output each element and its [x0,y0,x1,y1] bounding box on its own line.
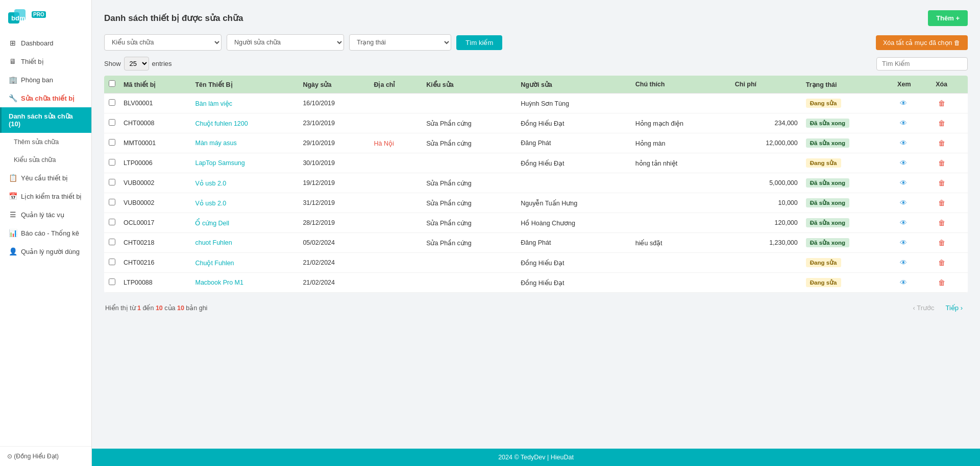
row-kieu-sua: Sửa Phần cứng [422,173,517,193]
delete-button[interactable]: 🗑 [936,257,948,268]
sidebar-item-kieu-sua-chua[interactable]: Kiểu sửa chữa [0,151,91,169]
row-select-checkbox[interactable] [109,239,115,245]
view-button[interactable]: 👁 [897,98,910,109]
row-ten[interactable]: LapTop Samsung [191,153,299,173]
row-ma: CHT00216 [119,253,191,273]
sidebar-item-them-sua-chua[interactable]: Thêm sửa chữa [0,133,91,151]
row-checkbox [104,233,119,253]
sidebar-item-yeu-cau[interactable]: 📋 Yêu cầu thiết bị [0,169,91,187]
view-button[interactable]: 👁 [897,237,910,248]
calendar-icon: 📅 [9,192,17,200]
delete-button[interactable]: 🗑 [936,177,948,189]
sidebar-item-quan-ly-tac-vu[interactable]: ☰ Quản lý tác vụ [0,205,91,224]
row-select-checkbox[interactable] [109,99,115,106]
row-ma: LTP00006 [119,153,191,173]
col-chi-phi: Chi phí [731,76,802,94]
sidebar-item-lich-kiem-tra[interactable]: 📅 Lịch kiểm tra thiết bị [0,187,91,205]
view-button[interactable]: 👁 [897,137,910,149]
sidebar-item-dashboard[interactable]: ⊞ Dashboard [0,34,91,52]
nguoi-sua-chua-select[interactable]: Người sửa chữa [227,34,344,51]
row-select-checkbox[interactable] [109,139,115,146]
row-dia-chi [370,113,422,133]
status-badge: Đã sửa xong [806,178,849,188]
row-trang-thai: Đang sửa [802,273,893,293]
row-dia-chi [370,233,422,253]
row-select-checkbox[interactable] [109,159,115,166]
row-select-checkbox[interactable] [109,199,115,205]
row-chu-thich [631,173,731,193]
row-xem: 👁 [893,233,932,253]
sidebar-item-nguoi-dung[interactable]: 👤 Quản lý người dùng [0,242,91,261]
row-ten[interactable]: chuot Fuhlen [191,233,299,253]
row-ten[interactable]: Ổ cứng Dell [191,213,299,233]
row-ten[interactable]: Vỏ usb 2.0 [191,193,299,213]
view-button[interactable]: 👁 [897,257,910,268]
row-ma: CHT00008 [119,113,191,133]
sidebar-item-thiet-bi[interactable]: 🖥 Thiết bị [0,52,91,71]
prev-page-button[interactable]: ‹ Trước [909,302,938,314]
sidebar-item-bao-cao[interactable]: 📊 Báo cáo - Thống kê [0,224,91,242]
delete-button[interactable]: 🗑 [936,157,948,169]
row-ten[interactable]: Bàn làm việc [191,94,299,113]
row-nguoi-sua: Đồng Hiếu Đạt [517,113,631,133]
row-dia-chi [370,253,422,273]
next-page-button[interactable]: Tiếp › [941,302,967,314]
search-button[interactable]: Tìm kiếm [456,35,502,50]
view-button[interactable]: 👁 [897,197,910,208]
row-trang-thai: Đã sửa xong [802,133,893,153]
table-header: Mã thiết bị Tên Thiết Bị Ngày sửa Địa ch… [104,76,968,94]
entries-select[interactable]: 25 [124,57,149,71]
row-ten[interactable]: Chuột fuhlen 1200 [191,113,299,133]
view-button[interactable]: 👁 [897,217,910,228]
view-button[interactable]: 👁 [897,157,910,169]
pagination-row: Hiển thị từ 1 đến 10 của 10 bản ghi ‹ Tr… [104,299,968,317]
user-icon: 👤 [9,247,17,255]
status-badge: Đang sửa [806,99,841,108]
row-xem: 👁 [893,173,932,193]
view-button[interactable]: 👁 [897,118,910,129]
sidebar-user[interactable]: ⊙ (Đồng Hiểu Đạt) [0,446,91,466]
row-xem: 👁 [893,193,932,213]
row-ten[interactable]: Vỏ usb 2.0 [191,173,299,193]
row-select-checkbox[interactable] [109,119,115,126]
row-chi-phi: 12,000,000 [731,133,802,153]
sidebar-item-label: Dashboard [21,39,54,47]
sidebar-item-label: Quản lý tác vụ [21,211,64,219]
select-all-checkbox[interactable] [109,80,115,87]
row-select-checkbox[interactable] [109,259,115,265]
row-ten[interactable]: Macbook Pro M1 [191,273,299,293]
row-select-checkbox[interactable] [109,278,115,285]
delete-button[interactable]: 🗑 [936,217,948,228]
delete-button[interactable]: 🗑 [936,277,948,288]
row-xem: 👁 [893,253,932,273]
search-input[interactable] [876,57,968,71]
sidebar-item-phong-ban[interactable]: 🏢 Phòng ban [0,71,91,89]
entries-label: entries [152,60,172,67]
trang-thai-select[interactable]: Trạng thái [349,34,451,51]
delete-button[interactable]: 🗑 [936,237,948,248]
delete-button[interactable]: 🗑 [936,137,948,149]
row-ten[interactable]: Chuột Fuhlen [191,253,299,273]
view-button[interactable]: 👁 [897,277,910,288]
view-button[interactable]: 👁 [897,177,910,189]
row-ten[interactable]: Màn máy asus [191,133,299,153]
sidebar-item-label: Yêu cầu thiết bị [21,174,68,182]
delete-button[interactable]: 🗑 [936,98,948,109]
row-select-checkbox[interactable] [109,219,115,225]
row-xoa: 🗑 [932,273,968,293]
add-button[interactable]: Thêm + [928,10,968,26]
row-select-checkbox[interactable] [109,179,115,185]
col-ten: Tên Thiết Bị [191,76,299,94]
sidebar-item-danh-sach-sua-chua[interactable]: Danh sách sửa chữa (10) [0,107,91,133]
row-xoa: 🗑 [932,213,968,233]
row-checkbox [104,273,119,293]
delete-button[interactable]: 🗑 [936,118,948,129]
table-body: BLV00001 Bàn làm việc 16/10/2019 Huỳnh S… [104,94,968,293]
sidebar-item-sua-chua[interactable]: 🔧 Sửa chữa thiết bị [0,89,91,107]
row-xem: 👁 [893,153,932,173]
sidebar-item-label: Thiết bị [21,58,44,65]
status-badge: Đang sửa [806,258,841,267]
kieu-sua-chua-select[interactable]: Kiểu sửa chữa [104,34,222,51]
clear-selected-button[interactable]: Xóa tất cả mục đã chọn 🗑 [876,35,968,50]
delete-button[interactable]: 🗑 [936,197,948,208]
